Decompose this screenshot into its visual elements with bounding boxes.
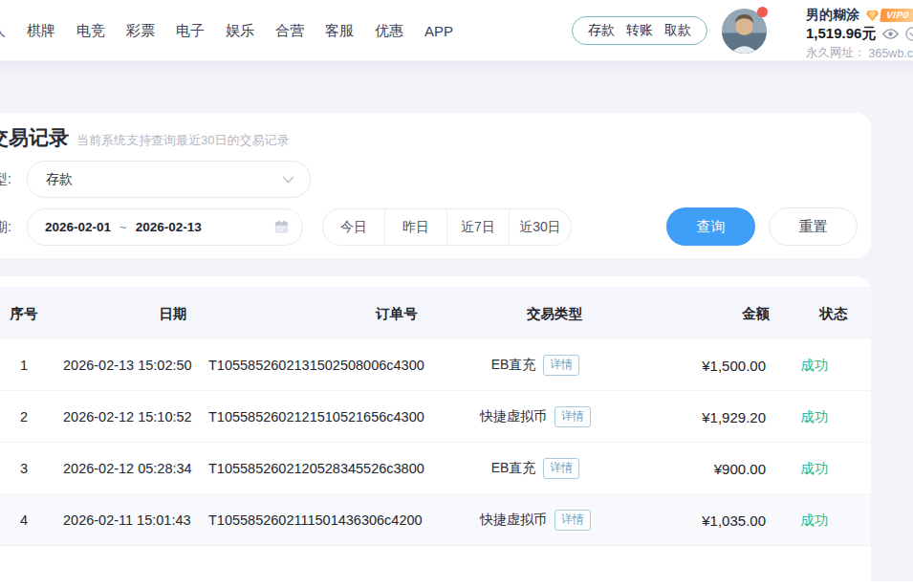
table-rows: 12026-02-13 15:02:50T1055852602131502508… [0,339,871,546]
cell-date: 2026-02-12 15:10:52 [63,409,192,425]
detail-button[interactable]: 详情 [543,458,579,479]
cell-date: 2026-02-12 05:28:34 [63,461,192,476]
cell-amount: ¥1,500.00 [702,357,766,373]
username: 男的糊涂 [806,7,859,24]
cell-date: 2026-02-11 15:01:43 [63,512,191,528]
filters-panel: 交易记录 当前系统支持查询最近30日的交易记录 类型: 存款 日期: 2026-… [0,113,871,258]
cell-transaction-type: EB直充详情 [440,355,631,376]
date-separator: ~ [120,220,127,234]
cell-transaction-type: EB直充详情 [440,458,631,479]
nav-item-3[interactable]: 电竞 [76,22,105,40]
detail-button[interactable]: 详情 [554,406,591,427]
type-filter-label: 类型: [0,171,11,188]
table-header-row: 序号 日期 订单号 交易类型 金额 状态 [0,287,871,339]
chevron-down-icon [282,176,294,184]
nav-item-2[interactable]: 棋牌 [27,22,55,40]
cell-amount: ¥1,035.00 [702,512,766,528]
quick-range-3[interactable]: 近7日 [446,209,509,245]
header-shadow-band [0,61,913,76]
column-header-order: 订单号 [325,304,468,322]
bottom-corner-patch [871,581,913,588]
date-from: 2026-02-01 [45,220,111,234]
quick-range-1[interactable]: 今日 [323,209,384,245]
page-title: 交易记录 [0,124,69,151]
nav-item-5[interactable]: 电子 [176,22,205,40]
vip-badge: VIP0 [865,9,913,22]
site-url: 365wb.com [869,47,913,60]
chevron-down-circle-icon[interactable] [905,27,913,41]
transaction-type-label: 快捷虚拟币 [480,408,547,425]
gem-icon [865,10,880,22]
nav-item-7[interactable]: 合营 [275,22,304,40]
quick-range-4[interactable]: 近30日 [509,209,571,245]
app-viewport: 真人棋牌电竞彩票电子娱乐合营客服优惠APP 存款转账取款 男的糊涂 [0,0,913,588]
column-header-type: 交易类型 [459,304,650,322]
transactions-panel: 序号 日期 订单号 交易类型 金额 状态 12026-02-13 15:02:5… [0,276,871,588]
calendar-icon [274,220,289,234]
transaction-type-label: EB直充 [491,460,536,477]
date-filter-label: 日期: [0,219,11,236]
wallet-button-2[interactable]: 转账 [626,22,653,39]
wallet-button-3[interactable]: 取款 [664,22,691,39]
notification-dot [757,7,768,17]
table-row: 32026-02-12 05:28:34T1055852602120528345… [0,443,871,494]
nav-item-1[interactable]: 真人 [0,22,6,40]
vip-level-label: VIP0 [880,9,913,22]
table-row: 42026-02-11 15:01:43T1055852602111501436… [0,494,871,546]
column-header-amount: 金额 [742,304,770,322]
quick-range-2[interactable]: 昨日 [384,209,446,245]
cell-order-number: T1055852602111501436306c4200 [208,512,423,528]
cell-status: 成功 [767,407,862,425]
cell-transaction-type: 快捷虚拟币详情 [440,510,631,531]
wallet-button-1[interactable]: 存款 [588,22,615,39]
top-navigation-bar: 真人棋牌电竞彩票电子娱乐合营客服优惠APP 存款转账取款 男的糊涂 [0,0,913,61]
table-row: 12026-02-13 15:02:50T1055852602131502508… [0,339,871,391]
site-url-label: 永久网址： [806,45,866,61]
nav-item-10[interactable]: APP [424,23,453,39]
column-header-index: 序号 [0,304,105,322]
column-header-status: 状态 [786,304,881,322]
page-subtitle: 当前系统支持查询最近30日的交易记录 [76,132,289,149]
query-button[interactable]: 查询 [666,207,755,246]
cell-amount: ¥1,929.20 [702,408,766,425]
nav-item-8[interactable]: 客服 [325,22,354,40]
table-row: 22026-02-12 15:10:52T1055852602121510521… [0,391,871,443]
cell-status: 成功 [767,459,862,477]
detail-button[interactable]: 详情 [543,355,579,376]
cell-status: 成功 [767,511,862,529]
cell-date: 2026-02-13 15:02:50 [63,358,192,373]
reset-button[interactable]: 重置 [769,207,858,246]
eye-icon[interactable] [882,28,899,40]
balance-amount: 1,519.96元 [806,25,876,43]
cell-order-number: T1055852602121510521656c4300 [208,409,424,425]
nav-item-4[interactable]: 彩票 [126,22,155,40]
quick-date-range-group: 今日昨日近7日近30日 [322,208,572,246]
cell-transaction-type: 快捷虚拟币详情 [440,406,631,427]
detail-button[interactable]: 详情 [554,510,591,531]
transaction-type-label: EB直充 [491,357,536,374]
column-header-date: 日期 [101,304,245,322]
date-range-input[interactable]: 2026-02-01 ~ 2026-02-13 [27,208,303,246]
main-nav: 真人棋牌电竞彩票电子娱乐合营客服优惠APP [0,0,453,61]
cell-amount: ¥900.00 [714,460,766,476]
nav-item-6[interactable]: 娱乐 [226,22,254,40]
date-to: 2026-02-13 [136,220,202,234]
cell-order-number: T1055852602120528345526c3800 [208,461,424,476]
user-info-block: 男的糊涂 VIP0 1,519.96元 永久 [806,7,913,61]
wallet-actions-group: 存款转账取款 [572,16,707,45]
nav-item-9[interactable]: 优惠 [375,22,403,40]
transaction-type-value: 存款 [46,171,73,188]
cell-order-number: T1055852602131502508006c4300 [208,358,424,373]
cell-status: 成功 [767,356,862,374]
transaction-type-select[interactable]: 存款 [27,161,311,198]
transaction-type-label: 快捷虚拟币 [480,512,547,529]
